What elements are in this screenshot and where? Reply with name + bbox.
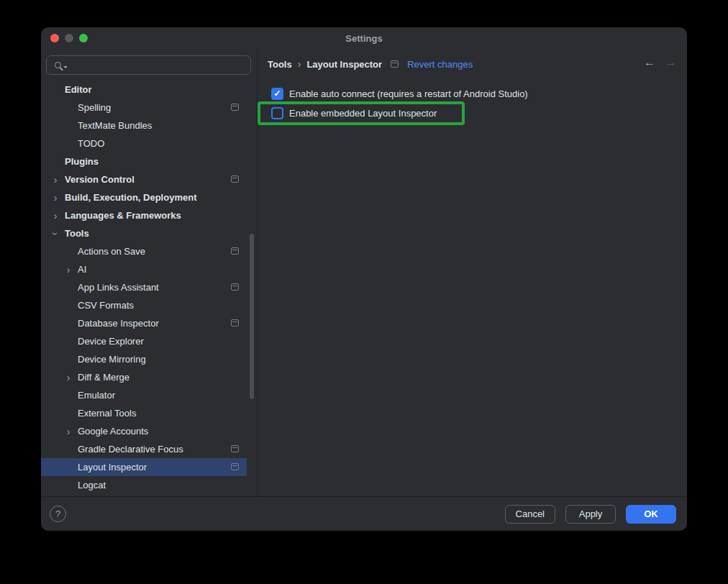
- breadcrumb: Tools › Layout Inspector Revert changes: [268, 58, 473, 70]
- sidebar-item-label: Spelling: [78, 102, 111, 113]
- sidebar-item-textmate-bundles[interactable]: TextMate Bundles: [41, 117, 247, 134]
- chevron-right-icon[interactable]: ›: [63, 373, 73, 383]
- window-icon: [231, 283, 239, 291]
- search-icon: [55, 62, 61, 68]
- sidebar-item-label: Device Mirroring: [78, 354, 146, 365]
- sidebar-item-ai[interactable]: ›AI: [41, 260, 247, 278]
- traffic-lights: [50, 34, 88, 42]
- chevron-right-icon[interactable]: ›: [50, 193, 60, 203]
- sidebar-item-device-explorer[interactable]: Device Explorer: [41, 332, 247, 350]
- sidebar-item-label: Build, Execution, Deployment: [65, 192, 196, 203]
- chevron-down-icon[interactable]: ›: [50, 229, 60, 239]
- sidebar-item-logcat[interactable]: Logcat: [41, 476, 247, 494]
- auto-connect-checkbox-row[interactable]: Enable auto connect (requires a restart …: [271, 88, 528, 100]
- breadcrumb-tools[interactable]: Tools: [268, 59, 292, 70]
- window-icon: [231, 463, 239, 470]
- settings-sidebar: EditorSpellingTextMate BundlesTODOPlugin…: [41, 49, 258, 496]
- sidebar-item-tools[interactable]: ›Tools: [41, 224, 247, 242]
- sidebar-item-label: CSV Formats: [78, 300, 134, 311]
- sidebar-item-label: Emulator: [78, 390, 115, 401]
- sidebar-item-google-accounts[interactable]: ›Google Accounts: [41, 422, 247, 440]
- zoom-icon[interactable]: [79, 34, 88, 42]
- minimize-icon: [65, 34, 73, 42]
- sidebar-item-plugins[interactable]: Plugins: [41, 152, 247, 170]
- chevron-right-icon[interactable]: ›: [63, 265, 73, 275]
- sidebar-item-spelling[interactable]: Spelling: [41, 99, 247, 117]
- sidebar-item-label: Tools: [65, 228, 89, 239]
- window-icon: [231, 319, 239, 327]
- window-icon: [231, 247, 239, 255]
- sidebar-item-external-tools[interactable]: External Tools: [41, 404, 247, 422]
- sidebar-item-database-inspector[interactable]: Database Inspector: [41, 314, 247, 332]
- help-button[interactable]: ?: [50, 506, 66, 522]
- sidebar-item-label: Editor: [65, 84, 92, 95]
- dialog-footer: ? Cancel Apply OK: [41, 496, 687, 531]
- sidebar-item-diff-merge[interactable]: ›Diff & Merge: [41, 368, 247, 386]
- chevron-right-icon: ›: [298, 58, 301, 70]
- settings-dialog: Settings EditorSpellingTextMate BundlesT…: [41, 27, 687, 531]
- embedded-inspector-checkbox-row[interactable]: Enable embedded Layout Inspector: [271, 107, 437, 119]
- desktop-background: Settings EditorSpellingTextMate BundlesT…: [0, 0, 728, 584]
- sidebar-item-label: Version Control: [65, 174, 135, 185]
- sidebar-item-languages-frameworks[interactable]: ›Languages & Frameworks: [41, 206, 247, 224]
- chevron-right-icon[interactable]: ›: [50, 175, 60, 185]
- sidebar-item-app-links-assistant[interactable]: App Links Assistant: [41, 278, 247, 296]
- sidebar-item-label: Actions on Save: [78, 246, 145, 257]
- sidebar-item-label: TODO: [78, 138, 104, 149]
- sidebar-item-label: TextMate Bundles: [78, 120, 152, 131]
- search-input[interactable]: [70, 56, 250, 74]
- sidebar-item-label: App Links Assistant: [78, 282, 159, 293]
- highlight-box: Enable embedded Layout Inspector: [258, 101, 465, 125]
- chevron-right-icon[interactable]: ›: [50, 211, 60, 221]
- auto-connect-label: Enable auto connect (requires a restart …: [289, 88, 528, 99]
- sidebar-item-label: Diff & Merge: [78, 372, 129, 383]
- sidebar-item-label: Database Inspector: [78, 318, 159, 329]
- titlebar[interactable]: Settings: [41, 27, 687, 49]
- sidebar-item-label: Google Accounts: [78, 426, 148, 437]
- sidebar-item-label: Plugins: [65, 156, 99, 167]
- sidebar-item-label: External Tools: [78, 408, 136, 419]
- cancel-button[interactable]: Cancel: [505, 505, 555, 524]
- settings-panel: Tools › Layout Inspector Revert changes …: [258, 49, 687, 496]
- auto-connect-checkbox[interactable]: [271, 88, 283, 100]
- embedded-inspector-label: Enable embedded Layout Inspector: [289, 108, 437, 119]
- sidebar-item-label: AI: [78, 264, 86, 275]
- window-icon: [231, 445, 239, 452]
- history-arrows: ← →: [644, 56, 676, 69]
- settings-tree: EditorSpellingTextMate BundlesTODOPlugin…: [41, 81, 258, 494]
- search-field[interactable]: [46, 55, 251, 75]
- sidebar-item-gradle-declarative-focus[interactable]: Gradle Declarative Focus: [41, 440, 247, 458]
- window-icon: [391, 60, 399, 68]
- window-icon: [231, 175, 239, 183]
- ok-button[interactable]: OK: [626, 505, 676, 524]
- chevron-right-icon[interactable]: ›: [63, 426, 73, 437]
- embedded-inspector-checkbox[interactable]: [271, 107, 283, 119]
- breadcrumb-layout-inspector: Layout Inspector: [306, 59, 382, 70]
- sidebar-item-label: Gradle Declarative Focus: [78, 444, 183, 455]
- apply-button[interactable]: Apply: [565, 505, 616, 524]
- sidebar-item-editor[interactable]: Editor: [41, 81, 247, 99]
- sidebar-item-label: Logcat: [78, 480, 106, 491]
- sidebar-scrollbar[interactable]: [250, 234, 254, 399]
- sidebar-item-todo[interactable]: TODO: [41, 134, 247, 152]
- sidebar-item-actions-on-save[interactable]: Actions on Save: [41, 242, 247, 260]
- sidebar-item-version-control[interactable]: ›Version Control: [41, 170, 247, 188]
- sidebar-item-csv-formats[interactable]: CSV Formats: [41, 296, 247, 314]
- sidebar-item-emulator[interactable]: Emulator: [41, 386, 247, 404]
- search-options-caret-icon[interactable]: [63, 66, 68, 68]
- forward-arrow-icon: →: [665, 56, 676, 69]
- sidebar-item-build-execution-deployment[interactable]: ›Build, Execution, Deployment: [41, 188, 247, 206]
- window-title: Settings: [345, 33, 382, 44]
- close-icon[interactable]: [50, 34, 59, 42]
- revert-changes-link[interactable]: Revert changes: [407, 59, 473, 70]
- back-arrow-icon[interactable]: ←: [644, 56, 655, 69]
- window-icon: [231, 104, 239, 111]
- sidebar-item-label: Layout Inspector: [78, 462, 147, 473]
- sidebar-item-layout-inspector[interactable]: Layout Inspector: [41, 458, 247, 476]
- sidebar-item-label: Device Explorer: [78, 336, 144, 347]
- sidebar-item-device-mirroring[interactable]: Device Mirroring: [41, 350, 247, 368]
- sidebar-item-label: Languages & Frameworks: [65, 210, 181, 221]
